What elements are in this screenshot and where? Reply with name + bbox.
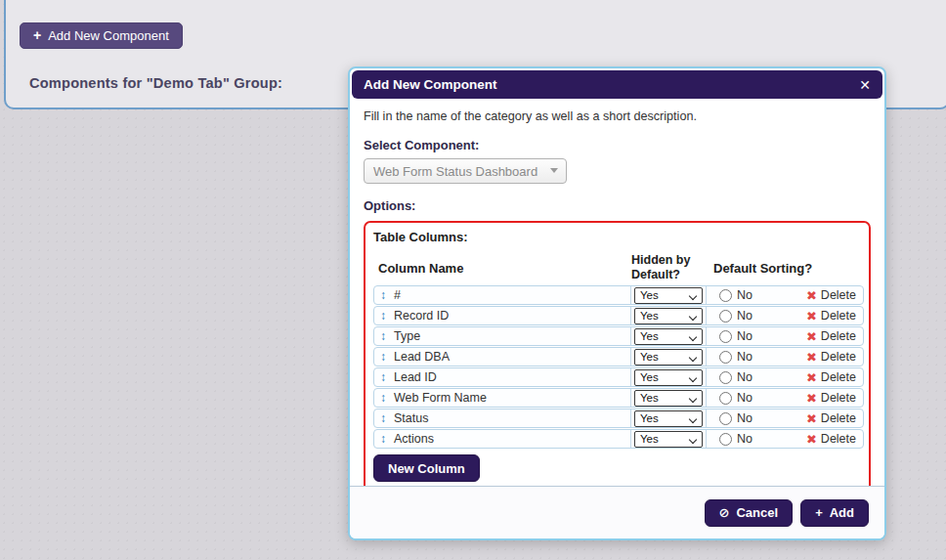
column-name-header: Column Name <box>373 261 631 276</box>
hidden-by-default-select[interactable]: Yes <box>634 390 703 407</box>
delete-icon: ✖ <box>806 310 817 323</box>
column-name-label: Record ID <box>394 309 449 323</box>
cancel-button[interactable]: ⊘ Cancel <box>705 499 794 527</box>
table-row: ↕ Type Yes No ✖ Delete <box>373 326 864 346</box>
column-name-label: Lead ID <box>394 370 437 384</box>
default-sorting-radio[interactable] <box>719 351 732 364</box>
drag-handle-icon[interactable]: ↕ <box>380 330 386 342</box>
add-label: Add <box>830 505 854 520</box>
options-label: Options: <box>364 198 871 213</box>
drag-handle-icon[interactable]: ↕ <box>380 351 386 363</box>
delete-link[interactable]: ✖ Delete <box>806 288 856 302</box>
hidden-by-default-select[interactable]: Yes <box>634 308 703 324</box>
column-name-cell: ↕ Lead DBA <box>374 348 630 366</box>
delete-label: Delete <box>821 370 856 384</box>
hidden-by-default-select[interactable]: Yes <box>634 369 703 386</box>
sorting-radio-label: No <box>737 288 752 302</box>
delete-icon: ✖ <box>806 412 817 425</box>
column-name-label: Type <box>394 329 420 343</box>
hidden-by-default-cell: Yes <box>630 307 707 324</box>
add-new-component-label: Add New Component <box>48 23 169 48</box>
table-columns-box: Table Columns: Column Name Hidden by Def… <box>364 221 871 493</box>
delete-label: Delete <box>821 329 856 343</box>
modal-description: Fill in the name of the category as well… <box>364 109 871 123</box>
delete-link[interactable]: ✖ Delete <box>806 329 856 343</box>
default-sorting-radio[interactable] <box>719 433 732 446</box>
column-name-label: # <box>394 288 401 302</box>
component-select[interactable]: Web Form Status Dashboard <box>364 158 567 184</box>
page-heading: Components for "Demo Tab" Group: <box>29 75 282 91</box>
sorting-delete-cell: No ✖ Delete <box>707 327 863 345</box>
table-row: ↕ Actions Yes No ✖ Delete <box>373 429 864 449</box>
default-sorting-radio[interactable] <box>719 289 732 302</box>
drag-handle-icon[interactable]: ↕ <box>380 289 386 301</box>
drag-handle-icon[interactable]: ↕ <box>380 310 386 322</box>
columns-list: ↕ # Yes No ✖ Delete ↕ Record ID Yes <box>373 285 861 449</box>
plus-icon: + <box>33 23 41 48</box>
default-sorting-radio[interactable] <box>719 371 732 384</box>
add-new-component-button[interactable]: + Add New Component <box>20 22 183 49</box>
sorting-delete-cell: No ✖ Delete <box>707 430 863 448</box>
column-name-cell: ↕ Type <box>374 327 630 345</box>
sorting-radio-label: No <box>737 391 752 405</box>
drag-handle-icon[interactable]: ↕ <box>380 412 386 424</box>
column-name-cell: ↕ Record ID <box>374 307 630 324</box>
delete-label: Delete <box>821 411 856 425</box>
table-row: ↕ # Yes No ✖ Delete <box>373 285 864 305</box>
dropdown-arrow-icon <box>550 168 558 173</box>
drag-handle-icon[interactable]: ↕ <box>380 392 386 404</box>
delete-link[interactable]: ✖ Delete <box>806 370 856 384</box>
delete-link[interactable]: ✖ Delete <box>806 411 856 425</box>
sorting-radio-label: No <box>737 309 752 323</box>
drag-handle-icon[interactable]: ↕ <box>380 371 386 383</box>
hidden-by-default-select[interactable]: Yes <box>634 349 703 366</box>
modal-title: Add New Component <box>364 77 497 92</box>
hidden-by-default-select[interactable]: Yes <box>634 410 703 427</box>
delete-link[interactable]: ✖ Delete <box>806 350 856 364</box>
hidden-by-default-select[interactable]: Yes <box>634 431 703 448</box>
delete-link[interactable]: ✖ Delete <box>806 391 856 405</box>
component-select-value: Web Form Status Dashboard <box>373 164 538 179</box>
new-column-button[interactable]: New Column <box>373 454 480 482</box>
modal-footer: ⊘ Cancel + Add <box>350 486 884 538</box>
column-name-label: Web Form Name <box>394 391 487 405</box>
sorting-radio-label: No <box>737 432 752 446</box>
default-sorting-radio[interactable] <box>719 412 732 425</box>
hidden-by-default-cell: Yes <box>630 286 707 304</box>
delete-icon: ✖ <box>806 330 817 343</box>
default-sorting-radio[interactable] <box>719 330 732 343</box>
modal-body: Fill in the name of the category as well… <box>350 109 884 493</box>
delete-label: Delete <box>821 432 856 446</box>
column-name-cell: ↕ # <box>374 286 630 304</box>
sorting-delete-cell: No ✖ Delete <box>707 348 863 366</box>
delete-icon: ✖ <box>806 351 817 364</box>
table-row: ↕ Status Yes No ✖ Delete <box>373 409 864 428</box>
column-name-label: Actions <box>394 432 434 446</box>
delete-link[interactable]: ✖ Delete <box>806 432 856 446</box>
add-component-modal: Add New Component ✕ Fill in the name of … <box>348 66 886 540</box>
add-button[interactable]: + Add <box>800 499 869 527</box>
delete-icon: ✖ <box>806 433 817 446</box>
cancel-label: Cancel <box>736 505 778 520</box>
hidden-by-default-select[interactable]: Yes <box>634 328 703 345</box>
column-name-label: Lead DBA <box>394 350 450 364</box>
cancel-icon: ⊘ <box>719 505 730 520</box>
default-sorting-radio[interactable] <box>719 310 732 323</box>
column-name-cell: ↕ Web Form Name <box>374 389 630 407</box>
hidden-by-default-cell: Yes <box>630 368 707 386</box>
sorting-delete-cell: No ✖ Delete <box>707 409 863 427</box>
delete-link[interactable]: ✖ Delete <box>806 309 856 323</box>
column-name-label: Status <box>394 411 428 425</box>
sorting-radio-label: No <box>737 329 752 343</box>
delete-label: Delete <box>821 350 856 364</box>
add-plus-icon: + <box>815 505 823 520</box>
column-name-cell: ↕ Lead ID <box>374 368 630 386</box>
select-component-label: Select Component: <box>364 138 871 152</box>
drag-handle-icon[interactable]: ↕ <box>380 433 386 445</box>
sorting-radio-label: No <box>737 350 752 364</box>
screen: + Add New Component Components for "Demo… <box>0 0 946 560</box>
default-sorting-radio[interactable] <box>719 392 732 405</box>
close-icon[interactable]: ✕ <box>859 78 871 92</box>
hidden-by-default-select[interactable]: Yes <box>634 287 703 304</box>
table-row: ↕ Lead ID Yes No ✖ Delete <box>373 367 864 387</box>
